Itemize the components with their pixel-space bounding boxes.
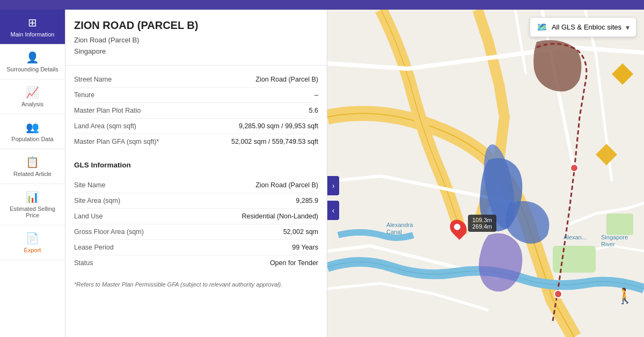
info-value: – bbox=[196, 91, 319, 99]
gls-info-row: Land Use Residential (Non-Landed) bbox=[74, 209, 318, 224]
gls-info-row: Status Open for Tender bbox=[74, 255, 318, 270]
gls-info-label: Land Use bbox=[74, 213, 191, 220]
sidebar-item-population-data[interactable]: 👥 Population Data bbox=[0, 114, 65, 149]
gls-info-row: Gross Floor Area (sqm) 52,002 sqm bbox=[74, 224, 318, 240]
info-row: Master Plan GFA (sqm sqft)* 52,002 sqm /… bbox=[74, 134, 318, 149]
info-label: Master Plan Plot Ratio bbox=[74, 107, 191, 114]
map-person-icon: 🚶 bbox=[616, 287, 634, 305]
gls-info-value: 9,285.9 bbox=[196, 197, 319, 204]
gls-info-row: Lease Period 99 Years bbox=[74, 240, 318, 255]
chart-icon: 📈 bbox=[26, 86, 39, 99]
svg-point-4 bbox=[570, 164, 578, 172]
map-area: Great World (TE15) Havelock (TE16) Alexa… bbox=[327, 10, 644, 337]
gls-info-row: Site Area (sqm) 9,285.9 bbox=[74, 193, 318, 209]
gls-info-label: Site Area (sqm) bbox=[74, 197, 191, 204]
info-row: Street Name Zion Road (Parcel B) bbox=[74, 72, 318, 87]
sidebar-item-export[interactable]: 📄 Export bbox=[0, 225, 65, 260]
info-label: Master Plan GFA (sqm sqft)* bbox=[74, 138, 191, 145]
svg-text:Canal: Canal bbox=[386, 229, 402, 235]
property-subtitle: Zion Road (Parcel B) Singapore bbox=[74, 35, 318, 57]
sidebar-item-analysis[interactable]: 📈 Analysis bbox=[0, 79, 65, 114]
property-subtitle-line1: Zion Road (Parcel B) bbox=[74, 36, 139, 44]
svg-text:Alexan...: Alexan... bbox=[564, 234, 587, 240]
person-circle-icon: 👤 bbox=[26, 51, 39, 64]
footnote: *Refers to Master Plan Permissible GFA (… bbox=[65, 277, 327, 294]
export-icon: 📄 bbox=[26, 232, 39, 245]
gls-info-value: 52,002 sqm bbox=[196, 228, 319, 236]
gls-info-value: Residential (Non-Landed) bbox=[196, 213, 319, 220]
gls-info-section: Site Name Zion Road (Parcel B) Site Area… bbox=[65, 171, 327, 277]
sidebar-item-main-information[interactable]: ⊞ Main Information bbox=[0, 10, 65, 45]
info-value: 5.6 bbox=[196, 107, 319, 114]
gls-info-value: Zion Road (Parcel B) bbox=[196, 181, 319, 189]
gls-info-label: Status bbox=[74, 259, 191, 267]
svg-rect-1 bbox=[553, 246, 596, 273]
gls-info-label: Site Name bbox=[74, 181, 191, 189]
info-value: 52,002 sqm / 559,749.53 sqft bbox=[196, 138, 319, 145]
info-label: Land Area (sqm sqft) bbox=[74, 122, 191, 130]
map-dropdown-label: All GLS & Enbloc sites bbox=[552, 23, 621, 31]
article-icon: 📋 bbox=[26, 156, 39, 169]
content-panel: ZION ROAD (PARCEL B) Zion Road (Parcel B… bbox=[65, 10, 327, 337]
group-icon: 👥 bbox=[26, 121, 39, 134]
sidebar-item-surrounding-details[interactable]: 👤 Surrounding Details bbox=[0, 45, 65, 79]
sidebar-item-estimated-selling-price[interactable]: 📊 Estimated Selling Price bbox=[0, 184, 65, 225]
svg-text:Singapore: Singapore bbox=[601, 234, 628, 240]
gls-info-label: Gross Floor Area (sqm) bbox=[74, 228, 191, 236]
svg-text:River: River bbox=[601, 241, 615, 247]
info-value: Zion Road (Parcel B) bbox=[196, 76, 319, 83]
property-title: ZION ROAD (PARCEL B) bbox=[74, 19, 318, 32]
gls-info-value: Open for Tender bbox=[196, 259, 319, 267]
map-dropdown-color-icon: 🗺️ bbox=[537, 22, 547, 32]
sidebar-item-related-article[interactable]: 📋 Related Article bbox=[0, 149, 65, 184]
svg-text:Alexandra: Alexandra bbox=[386, 222, 413, 228]
panel-collapse-button[interactable]: ‹ bbox=[327, 201, 339, 220]
chevron-down-icon: ▾ bbox=[626, 23, 630, 32]
gls-section-title: GLS Information bbox=[65, 156, 327, 171]
marker-distance-label: 109.3m 269.4m bbox=[468, 215, 496, 232]
info-label: Tenure bbox=[74, 91, 191, 99]
home-icon: ⊞ bbox=[28, 16, 37, 29]
bar-chart-icon: 📊 bbox=[26, 191, 39, 203]
gls-info-value: 99 Years bbox=[196, 244, 319, 251]
sidebar: ⊞ Main Information 👤 Surrounding Details… bbox=[0, 10, 65, 337]
gls-info-label: Lease Period bbox=[74, 244, 191, 251]
info-label: Street Name bbox=[74, 76, 191, 83]
svg-rect-2 bbox=[606, 214, 633, 235]
main-info-section: Street Name Zion Road (Parcel B) Tenure … bbox=[65, 65, 327, 156]
property-header: ZION ROAD (PARCEL B) Zion Road (Parcel B… bbox=[65, 10, 327, 65]
info-row: Master Plan Plot Ratio 5.6 bbox=[74, 103, 318, 119]
info-value: 9,285.90 sqm / 99,953 sqft bbox=[196, 122, 319, 130]
property-subtitle-line2: Singapore bbox=[74, 47, 106, 55]
map-dropdown[interactable]: 🗺️ All GLS & Enbloc sites ▾ bbox=[530, 17, 636, 37]
map-marker: 109.3m 269.4m bbox=[451, 219, 466, 239]
info-row: Tenure – bbox=[74, 87, 318, 103]
info-row: Land Area (sqm sqft) 9,285.90 sqm / 99,9… bbox=[74, 119, 318, 134]
panel-expand-button[interactable]: › bbox=[327, 176, 339, 195]
svg-point-5 bbox=[554, 290, 562, 298]
gls-info-row: Site Name Zion Road (Parcel B) bbox=[74, 178, 318, 193]
